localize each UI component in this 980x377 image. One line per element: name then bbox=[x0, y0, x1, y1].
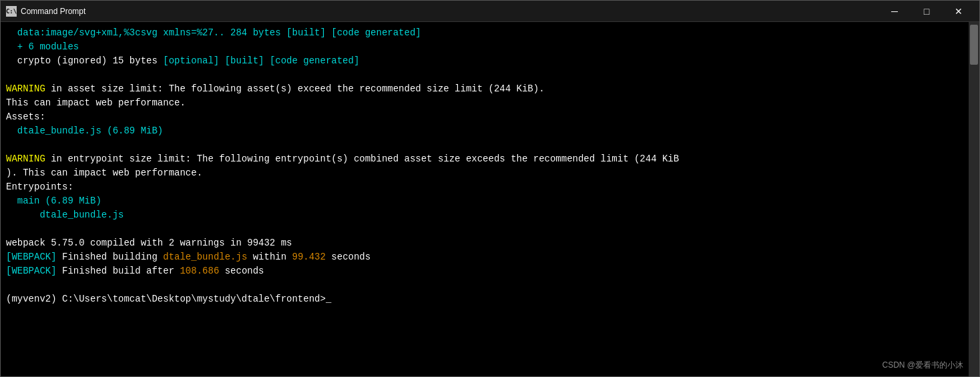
terminal-line: dtale_bundle.js bbox=[6, 208, 961, 222]
window-controls: ─ □ ✕ bbox=[879, 1, 974, 22]
terminal-text-segment: Finished building bbox=[57, 252, 164, 262]
terminal-text-segment: [optional] bbox=[163, 55, 219, 66]
terminal-text-segment: seconds bbox=[326, 252, 371, 262]
terminal-text-segment: 108.686 bbox=[180, 266, 219, 276]
terminal-text-segment: WARNING bbox=[6, 153, 45, 164]
terminal-text-segment: in asset size limit: The following asset… bbox=[45, 83, 545, 94]
scrollbar[interactable] bbox=[969, 22, 979, 376]
terminal-text-segment: + 6 modules bbox=[6, 41, 79, 52]
window-title: Command Prompt bbox=[21, 7, 879, 16]
terminal-line: ). This can impact web performance. bbox=[6, 166, 961, 180]
terminal-text-segment: Entrypoints: bbox=[6, 181, 73, 192]
terminal-text-segment: ). This can impact web performance. bbox=[6, 167, 202, 178]
terminal-line bbox=[6, 68, 961, 82]
close-button[interactable]: ✕ bbox=[943, 1, 974, 22]
terminal-text-segment: crypto (ignored) 15 bytes bbox=[6, 55, 163, 66]
terminal-line: WARNING in entrypoint size limit: The fo… bbox=[6, 152, 961, 166]
terminal-text-segment: [code generated] bbox=[270, 55, 359, 66]
terminal-line bbox=[6, 222, 961, 236]
watermark: CSDN @爱看书的小沐 bbox=[882, 360, 963, 371]
terminal-content: data:image/svg+xml,%3csvg xmlns=%27.. 28… bbox=[6, 26, 974, 306]
terminal-text-segment: data:image/svg+xml,%3csvg xmlns=%27.. 28… bbox=[6, 27, 286, 38]
terminal-text-segment bbox=[219, 55, 224, 66]
title-bar: C:\ Command Prompt ─ □ ✕ bbox=[1, 1, 979, 22]
terminal-text-segment: dtale_bundle.js bbox=[163, 252, 247, 262]
minimize-button[interactable]: ─ bbox=[879, 1, 910, 22]
terminal-line: Assets: bbox=[6, 110, 961, 124]
terminal-line: crypto (ignored) 15 bytes [optional] [bu… bbox=[6, 54, 961, 68]
terminal-line: main (6.89 MiB) bbox=[6, 194, 961, 208]
terminal-text-segment: [WEBPACK] bbox=[6, 252, 57, 262]
terminal-text-segment: seconds bbox=[219, 266, 264, 276]
terminal-text-segment: dtale_bundle.js (6.89 MiB) bbox=[6, 125, 163, 136]
terminal-text-segment: main (6.89 MiB) bbox=[6, 196, 101, 206]
terminal-text-segment bbox=[264, 55, 269, 66]
terminal-line: webpack 5.75.0 compiled with 2 warnings … bbox=[6, 236, 961, 250]
terminal-body: data:image/svg+xml,%3csvg xmlns=%27.. 28… bbox=[1, 22, 979, 376]
terminal-line bbox=[6, 138, 961, 152]
terminal-text-segment: dtale_bundle.js bbox=[6, 210, 124, 220]
terminal-text-segment: Finished build after bbox=[57, 266, 180, 276]
terminal-line: data:image/svg+xml,%3csvg xmlns=%27.. 28… bbox=[6, 26, 961, 40]
terminal-text-segment: _ bbox=[326, 294, 331, 304]
window-icon: C:\ bbox=[6, 6, 17, 17]
terminal-window: C:\ Command Prompt ─ □ ✕ data:image/svg+… bbox=[0, 0, 980, 377]
terminal-text-segment: [built] bbox=[225, 55, 264, 66]
terminal-line: [WEBPACK] Finished building dtale_bundle… bbox=[6, 250, 961, 264]
terminal-text-segment: Assets: bbox=[6, 111, 45, 122]
terminal-line: WARNING in asset size limit: The followi… bbox=[6, 82, 961, 96]
terminal-line: dtale_bundle.js (6.89 MiB) bbox=[6, 124, 961, 138]
terminal-line: Entrypoints: bbox=[6, 180, 961, 194]
terminal-line: (myvenv2) C:\Users\tomcat\Desktop\mystud… bbox=[6, 292, 961, 306]
terminal-text-segment: [code generated] bbox=[331, 27, 421, 38]
maximize-button[interactable]: □ bbox=[911, 1, 942, 22]
terminal-text-segment: (myvenv2) C:\Users\tomcat\Desktop\mystud… bbox=[6, 294, 326, 304]
terminal-line: This can impact web performance. bbox=[6, 96, 961, 110]
terminal-line bbox=[6, 278, 961, 292]
terminal-text-segment: This can impact web performance. bbox=[6, 97, 186, 108]
terminal-text-segment: in entrypoint size limit: The following … bbox=[45, 153, 679, 164]
terminal-text-segment: WARNING bbox=[6, 83, 45, 94]
terminal-text-segment: [WEBPACK] bbox=[6, 266, 57, 276]
scrollbar-thumb[interactable] bbox=[970, 25, 978, 65]
terminal-text-segment: webpack 5.75.0 compiled with 2 warnings … bbox=[6, 238, 292, 248]
terminal-line: [WEBPACK] Finished build after 108.686 s… bbox=[6, 264, 961, 278]
terminal-text-segment: 99.432 bbox=[292, 252, 326, 262]
terminal-text-segment: [built] bbox=[286, 27, 326, 38]
terminal-line: + 6 modules bbox=[6, 40, 961, 54]
terminal-text-segment: within bbox=[247, 252, 292, 262]
